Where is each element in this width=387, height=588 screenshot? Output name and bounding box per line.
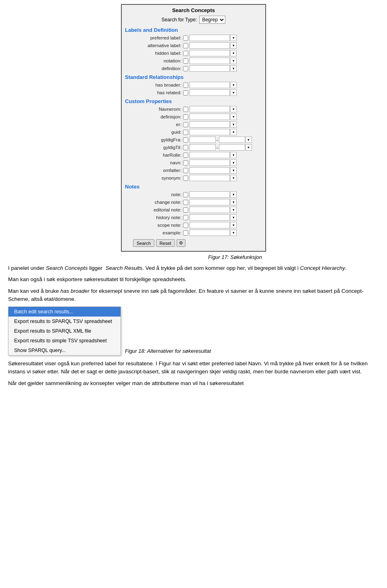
checkbox-alt[interactable] (183, 43, 188, 48)
dropdown-definition[interactable]: ▾ (230, 65, 237, 72)
field-label-definisjon: definisjon: (133, 114, 181, 119)
panel-title: Search Concepts (125, 7, 262, 13)
checkbox-notation[interactable] (183, 58, 188, 64)
checkbox-synonym[interactable] (183, 176, 188, 181)
input-definition[interactable] (189, 65, 230, 72)
dropdown-alt[interactable]: ▾ (230, 42, 237, 49)
checkbox-gyldigfra[interactable] (183, 137, 188, 143)
context-menu-item-sparqltsv[interactable]: Export results to SPARQL TSV spreadsheet (8, 317, 121, 326)
dropdown-notation[interactable]: ▾ (230, 58, 237, 64)
input-broader[interactable] (189, 82, 230, 88)
dropdown-synonym[interactable]: ▾ (230, 175, 237, 181)
dropdown-er[interactable]: ▾ (230, 121, 237, 128)
dropdown-guid[interactable]: ▾ (230, 129, 237, 135)
field-label-broader: has broader: (133, 83, 181, 87)
dropdown-broader[interactable]: ▾ (230, 82, 237, 88)
checkbox-hidden[interactable] (183, 51, 188, 56)
input-synonym[interactable] (189, 175, 230, 181)
checkbox-navn[interactable] (183, 160, 188, 166)
dropdown-harrolle[interactable]: ▾ (230, 152, 237, 158)
context-menu-item-simpletsv[interactable]: Export results to simple TSV spreadsheet (8, 336, 121, 346)
field-row: alternative label: ▾ (125, 42, 262, 49)
checkbox-omfatter[interactable] (183, 168, 188, 173)
context-menu-item-batch[interactable]: Batch edit search results... (8, 307, 121, 317)
input-related[interactable] (189, 89, 230, 96)
checkbox-historynote[interactable] (183, 215, 188, 220)
date-dash2: - (216, 145, 218, 150)
checkbox-changenote[interactable] (183, 200, 188, 205)
reset-button[interactable]: Reset (156, 239, 175, 247)
checkbox-definisjon[interactable] (183, 114, 188, 120)
checkbox-er[interactable] (183, 122, 188, 127)
checkbox-example[interactable] (183, 230, 188, 236)
input-gyldtigtil-from[interactable] (189, 144, 216, 151)
dropdown-navnerom[interactable]: ▾ (230, 106, 237, 112)
field-row: guid: ▾ (125, 129, 262, 135)
date-dash: - (216, 137, 218, 142)
input-gyldigfra-to[interactable] (219, 137, 245, 143)
dropdown-navn[interactable]: ▾ (230, 159, 237, 166)
dropdown-omfatter[interactable]: ▾ (230, 167, 237, 174)
input-preferred[interactable] (189, 35, 230, 41)
field-label-gyldtigtil: gyldigTil: (133, 145, 181, 150)
checkbox-related[interactable] (183, 90, 188, 95)
checkbox-navnerom[interactable] (183, 107, 188, 112)
input-navn[interactable] (189, 159, 230, 166)
field-row: er: ▾ (125, 121, 262, 128)
dropdown-preferred[interactable]: ▾ (230, 35, 237, 41)
input-guid[interactable] (189, 129, 230, 135)
dropdown-note[interactable]: ▾ (230, 191, 237, 198)
input-definisjon[interactable] (189, 114, 230, 120)
checkbox-guid[interactable] (183, 130, 188, 135)
dropdown-hidden[interactable]: ▾ (230, 50, 237, 56)
dropdown-gyldtigtil[interactable]: ▾ (246, 144, 252, 151)
input-notation[interactable] (189, 58, 230, 64)
checkbox-editorialnote[interactable] (183, 207, 188, 213)
field-row: synonym: ▾ (125, 175, 262, 181)
dropdown-example[interactable]: ▾ (230, 230, 237, 236)
input-omfatter[interactable] (189, 167, 230, 174)
input-scopenote[interactable] (189, 222, 230, 228)
input-editorialnote[interactable] (189, 207, 230, 213)
context-menu-item-sparqlxml[interactable]: Export results to SPARQL XML file (8, 326, 121, 336)
checkbox-note[interactable] (183, 192, 188, 197)
search-button[interactable]: Search (133, 239, 154, 247)
field-label-omfatter: omfatter: (133, 168, 181, 173)
field-label-definition: definition: (133, 66, 181, 71)
input-navnerom[interactable] (189, 106, 230, 112)
input-gyldtigtil-to[interactable] (219, 144, 245, 151)
settings-button[interactable]: ⚙ (177, 239, 185, 247)
checkbox-scopenote[interactable] (183, 223, 188, 228)
dropdown-definisjon[interactable]: ▾ (230, 114, 237, 120)
dropdown-gyldigfra[interactable]: ▾ (246, 137, 252, 143)
input-note[interactable] (189, 191, 230, 198)
context-menu: Batch edit search results... Export resu… (8, 306, 121, 356)
input-example[interactable] (189, 230, 230, 236)
input-historynote[interactable] (189, 214, 230, 221)
input-changenote[interactable] (189, 199, 230, 205)
dropdown-changenote[interactable]: ▾ (230, 199, 237, 205)
field-label-er: er: (133, 122, 181, 127)
paragraph1: I panelet under Search Concepts ligger S… (8, 264, 379, 272)
checkbox-preferred[interactable] (183, 35, 188, 41)
input-gyldigfra-from[interactable] (189, 137, 216, 143)
field-label-navn: navn: (133, 160, 181, 165)
input-alt[interactable] (189, 42, 230, 49)
field-label-gyldigfra: gyldigFra: (133, 137, 181, 142)
dropdown-historynote[interactable]: ▾ (230, 214, 237, 221)
dropdown-scopenote[interactable]: ▾ (230, 222, 237, 228)
checkbox-gyldtigtil[interactable] (183, 145, 188, 150)
field-label-alt: alternative label: (133, 43, 181, 48)
field-row: has related: ▾ (125, 89, 262, 96)
dropdown-related[interactable]: ▾ (230, 89, 237, 96)
checkbox-definition[interactable] (183, 66, 188, 71)
dropdown-editorialnote[interactable]: ▾ (230, 207, 237, 213)
input-harrolle[interactable] (189, 152, 230, 158)
field-label-example: example: (133, 230, 181, 235)
checkbox-harrolle[interactable] (183, 153, 188, 158)
context-menu-item-sparqlquery[interactable]: Show SPARQL query... (8, 346, 121, 355)
checkbox-broader[interactable] (183, 83, 188, 88)
input-er[interactable] (189, 121, 230, 128)
input-hidden[interactable] (189, 50, 230, 56)
type-select[interactable]: Begrep (199, 16, 225, 24)
